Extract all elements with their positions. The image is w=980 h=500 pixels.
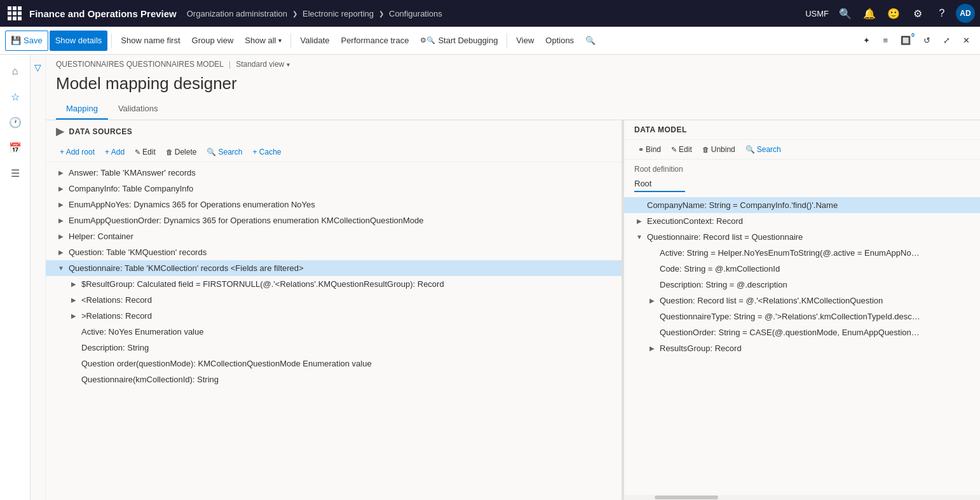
options-button[interactable]: Options — [540, 31, 579, 51]
scrollbar-thumb[interactable] — [655, 496, 718, 499]
arrow-icon — [56, 201, 66, 208]
breadcrumb-configs[interactable]: Configurations — [389, 9, 442, 18]
arrow-icon — [69, 312, 79, 319]
ds-item-enumquestionorder[interactable]: EnumAppQuestionOrder: Dynamics 365 for O… — [46, 212, 622, 228]
chevron-icon-2: ❯ — [379, 10, 384, 17]
unbind-button[interactable]: 🗑 Unbind — [698, 142, 739, 156]
arrow-icon — [56, 249, 66, 256]
show-details-button[interactable]: Show details — [50, 31, 108, 51]
ds-item-enumnoyes[interactable]: EnumAppNoYes: Dynamics 365 for Operation… — [46, 197, 622, 212]
breadcrumb-er[interactable]: Electronic reporting — [303, 9, 374, 18]
dm-item-description[interactable]: Description: String = @.description — [624, 277, 980, 293]
start-debugging-button[interactable]: ⚙🔍 Start Debugging — [415, 31, 503, 51]
toolbar-close[interactable]: ✕ — [958, 31, 975, 51]
cache-button[interactable]: + Cache — [248, 145, 285, 159]
breadcrumb: Organization administration ❯ Electronic… — [187, 9, 805, 18]
debug-icon: ⚙🔍 — [420, 36, 435, 45]
dm-item-questionorder[interactable]: QuestionOrder: String = CASE(@.questionM… — [624, 324, 980, 340]
ds-item-questionnaireid[interactable]: Questionnaire(kmCollectionId): String — [46, 372, 622, 387]
delete-button[interactable]: 🗑 Delete — [162, 145, 201, 159]
toolbar-extra-2[interactable]: ≡ — [878, 31, 893, 51]
dm-toolbar: ⚭ Bind ✎ Edit 🗑 Unbind 🔍 Search — [624, 140, 980, 160]
toolbar-popout[interactable]: ⤢ — [938, 31, 955, 51]
sidebar-home-icon[interactable]: ⌂ — [4, 60, 27, 83]
page-title: Model mapping designer — [46, 71, 980, 99]
root-value[interactable]: Root — [634, 176, 685, 192]
arrow-icon — [647, 345, 657, 352]
view-select-dropdown[interactable]: Standard view ▾ — [236, 60, 290, 69]
dm-item-resultsgroup[interactable]: ResultsGroup: Record — [624, 340, 980, 356]
dm-item-active[interactable]: Active: String = Helper.NoYesEnumToStrin… — [624, 245, 980, 261]
ds-expand-icon[interactable]: ▶ — [56, 125, 64, 137]
dm-item-code[interactable]: Code: String = @.kmCollectionId — [624, 261, 980, 277]
ds-item-answer[interactable]: Answer: Table 'KMAnswer' records — [46, 165, 622, 181]
sidebar-star-icon[interactable]: ☆ — [4, 85, 27, 108]
ds-item-questionorder[interactable]: Question order(questionMode): KMCollecti… — [46, 356, 622, 372]
sidebar-calendar-icon[interactable]: 📅 — [4, 136, 27, 159]
dm-item-execcontext[interactable]: ExecutionContext: Record — [624, 213, 980, 229]
ds-item-companyinfo[interactable]: CompanyInfo: Table CompanyInfo — [46, 181, 622, 197]
ds-item-active[interactable]: Active: NoYes Enumeration value — [46, 324, 622, 340]
arrow-icon — [56, 265, 66, 272]
view-button[interactable]: View — [511, 31, 539, 51]
horizontal-scrollbar[interactable] — [624, 495, 980, 500]
toolbar-extra-3[interactable]: 🔲 0 — [895, 31, 916, 51]
breadcrumb-org[interactable]: Organization administration — [187, 9, 287, 18]
emoji-icon[interactable]: 🙂 — [883, 3, 904, 24]
dm-item-question[interactable]: Question: Record list = @.'<Relations'.K… — [624, 293, 980, 309]
dm-search-icon: 🔍 — [745, 145, 755, 154]
arrow-icon — [634, 233, 644, 240]
ds-item-resultgroup[interactable]: $ResultGroup: Calculated field = FIRSTOR… — [46, 276, 622, 292]
dm-item-questionnairetype[interactable]: QuestionnaireType: String = @.'>Relation… — [624, 309, 980, 324]
dm-edit-icon: ✎ — [671, 146, 677, 154]
ds-search-icon: 🔍 — [207, 148, 216, 156]
validate-button[interactable]: Validate — [295, 31, 334, 51]
company-label: USMF — [805, 9, 829, 18]
performance-trace-button[interactable]: Performance trace — [336, 31, 414, 51]
sidebar-list-icon[interactable]: ☰ — [4, 162, 27, 184]
sidebar-recent-icon[interactable]: 🕐 — [4, 111, 27, 134]
add-button[interactable]: + Add — [101, 145, 128, 159]
edit-button[interactable]: ✎ Edit — [131, 145, 160, 159]
filter-icon[interactable]: ▽ — [34, 62, 41, 73]
dm-edit-button[interactable]: ✎ Edit — [667, 142, 696, 156]
arrow-icon — [56, 217, 66, 224]
user-avatar[interactable]: AD — [956, 4, 975, 23]
search-nav-icon[interactable]: 🔍 — [835, 3, 855, 24]
ds-search-button[interactable]: 🔍 Search — [203, 145, 246, 159]
settings-icon[interactable]: ⚙ — [908, 3, 928, 24]
ds-item-relations-left[interactable]: <Relations: Record — [46, 292, 622, 308]
arrow-icon — [634, 218, 644, 225]
edit-icon: ✎ — [135, 148, 140, 156]
group-view-button[interactable]: Group view — [187, 31, 239, 51]
dm-item-companyname[interactable]: CompanyName: String = CompanyInfo.'find(… — [624, 197, 980, 213]
dm-search-button[interactable]: 🔍 Search — [742, 142, 785, 156]
show-name-first-button[interactable]: Show name first — [116, 31, 185, 51]
show-all-button[interactable]: Show all ▾ — [240, 31, 287, 51]
notification-icon[interactable]: 🔔 — [859, 3, 880, 24]
bind-button[interactable]: ⚭ Bind — [634, 142, 665, 156]
ds-item-description[interactable]: Description: String — [46, 340, 622, 356]
toolbar-search-button[interactable]: 🔍 — [580, 31, 601, 51]
save-button[interactable]: 💾 Save — [5, 31, 48, 51]
toolbar-refresh[interactable]: ↺ — [918, 31, 936, 51]
dm-item-questionnaire[interactable]: Questionnaire: Record list = Questionnai… — [624, 229, 980, 245]
arrow-icon — [647, 297, 657, 304]
root-definition: Root definition Root — [624, 160, 980, 197]
arrow-icon — [69, 296, 79, 303]
ds-item-helper[interactable]: Helper: Container — [46, 228, 622, 244]
ds-toolbar: + Add root + Add ✎ Edit 🗑 Delete 🔍 Searc… — [46, 142, 622, 162]
data-sources-panel: ▶ DATA SOURCES + Add root + Add ✎ Edit 🗑… — [46, 120, 622, 500]
tab-mapping[interactable]: Mapping — [56, 99, 108, 120]
delete-icon: 🗑 — [166, 148, 173, 156]
help-icon[interactable]: ? — [932, 3, 952, 24]
app-grid-icon[interactable] — [5, 4, 24, 23]
ds-item-relations-right[interactable]: >Relations: Record — [46, 308, 622, 324]
ds-item-question[interactable]: Question: Table 'KMQuestion' records — [46, 244, 622, 260]
tab-validations[interactable]: Validations — [108, 99, 168, 120]
view-label-bar: QUESTIONNAIRES QUESTIONNAIRES MODEL | St… — [46, 55, 980, 71]
ds-item-questionnaire[interactable]: Questionnaire: Table 'KMCollection' reco… — [46, 260, 622, 276]
add-root-button[interactable]: + Add root — [56, 145, 99, 159]
toolbar-extra-1[interactable]: ✦ — [858, 31, 875, 51]
data-sources-header: ▶ DATA SOURCES — [46, 120, 622, 142]
